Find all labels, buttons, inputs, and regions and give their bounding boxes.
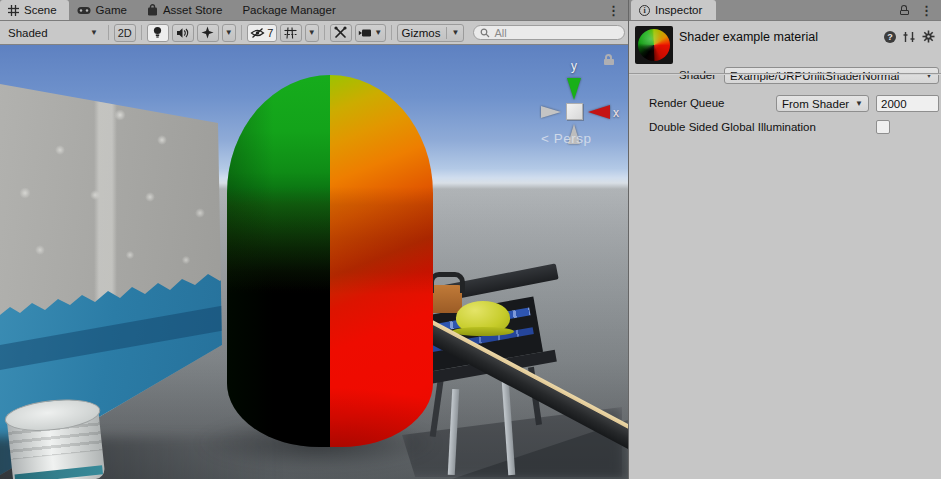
shader-row: Shader Example/URPUnlitShaderNormal ▼ [629, 67, 941, 87]
scene-audio-toggle[interactable] [172, 24, 194, 42]
chevron-down-icon: ▼ [855, 100, 863, 108]
axis-y-cone[interactable] [567, 78, 581, 100]
chevron-down-icon: ▼ [90, 29, 98, 37]
render-queue-row: Render Queue From Shader ▼ [629, 95, 941, 113]
chevron-down-icon: ▼ [225, 29, 233, 37]
inspector-pane: i Inspector ⋮ Shader example material ? [628, 0, 941, 479]
shader-label: Shader [679, 69, 716, 81]
scene-lighting-toggle[interactable] [147, 24, 169, 42]
scene-visibility-toggle[interactable]: 7 [247, 24, 277, 42]
draw-mode-label: Shaded [8, 27, 48, 39]
axis-x-cone[interactable] [588, 105, 610, 119]
inspector-menu-kebab-icon[interactable]: ⋮ [920, 3, 933, 18]
material-preview-thumbnail[interactable] [635, 26, 673, 64]
search-icon [480, 28, 490, 38]
tab-asset-store[interactable]: Asset Store [139, 0, 234, 20]
render-queue-dropdown[interactable]: From Shader ▼ [776, 95, 869, 112]
help-icon[interactable]: ? [884, 31, 896, 43]
lock-body [604, 59, 614, 65]
lightbulb-icon [152, 26, 163, 39]
scene-grid-icon [8, 5, 19, 16]
eye-slash-icon [250, 27, 265, 39]
tab-game[interactable]: Game [69, 0, 139, 20]
render-queue-value-input[interactable] [877, 96, 938, 111]
toolbar-separator [241, 25, 242, 40]
bucket-label-band [15, 465, 103, 479]
axis-negx-cone[interactable] [541, 106, 561, 118]
tab-asset-store-label: Asset Store [163, 4, 222, 16]
gizmos-divider [446, 27, 447, 39]
capsule-shading-band [227, 75, 433, 447]
inspector-strip-actions: ⋮ [900, 0, 941, 20]
gizmos-dropdown[interactable]: Gizmos ▼ [397, 24, 465, 42]
unity-editor-window: Scene Game Asset Store Package Manager ⋮ [0, 0, 941, 479]
tab-inspector[interactable]: i Inspector [631, 0, 716, 20]
shader-dropdown-value: Example/URPUnlitShaderNormal [730, 70, 925, 82]
shader-dropdown[interactable]: Example/URPUnlitShaderNormal ▼ [724, 67, 939, 84]
shader-capsule-object[interactable] [227, 75, 433, 447]
scene-search-field[interactable] [473, 25, 625, 40]
tab-scene[interactable]: Scene [0, 0, 69, 20]
toolbar-separator [391, 25, 392, 40]
grid-icon [284, 27, 297, 39]
double-sided-gi-checkbox[interactable] [876, 120, 890, 134]
gizmo-center-cube[interactable] [566, 103, 583, 120]
axis-y-label: y [571, 59, 577, 73]
double-sided-gi-row: Double Sided Global Illumination [629, 119, 941, 137]
hidden-objects-count: 7 [267, 27, 273, 39]
inspector-tabstrip: i Inspector ⋮ [629, 0, 941, 21]
tab-package-manager-label: Package Manager [242, 4, 335, 16]
scene-toolbar: Shaded ▼ 2D ▼ [0, 21, 628, 45]
camera-icon [358, 28, 372, 38]
lock-body [900, 10, 909, 15]
presets-icon[interactable] [903, 31, 915, 43]
component-tools-button[interactable] [330, 24, 352, 42]
chevron-down-icon: ▼ [308, 29, 316, 37]
tab-scene-label: Scene [24, 4, 57, 16]
toolbar-separator [108, 25, 109, 40]
chevron-down-icon: ▼ [374, 29, 382, 37]
tab-package-manager[interactable]: Package Manager [234, 0, 347, 20]
axis-x-label: x [613, 106, 619, 120]
draw-mode-dropdown[interactable]: Shaded ▼ [3, 24, 103, 42]
scene-tabstrip: Scene Game Asset Store Package Manager ⋮ [0, 0, 628, 21]
scene-grid-dropdown-arrow[interactable]: ▼ [305, 24, 319, 42]
speaker-icon [176, 27, 189, 39]
gizmos-label: Gizmos [402, 27, 441, 39]
yellow-hard-hat [456, 301, 510, 334]
material-name: Shader example material [679, 30, 818, 44]
scene-camera-button[interactable]: ▼ [355, 24, 386, 42]
gamepad-icon [77, 6, 91, 15]
header-separator [629, 73, 941, 75]
render-queue-mode: From Shader [782, 98, 855, 110]
toggle-2d-button[interactable]: 2D [114, 24, 136, 42]
render-queue-value-field[interactable] [876, 95, 939, 112]
scene-effects-dropdown-arrow[interactable]: ▼ [222, 24, 236, 42]
effects-star-icon [201, 26, 214, 39]
crossed-tools-icon [334, 26, 347, 39]
material-preview-sphere [638, 29, 670, 61]
paint-bucket [7, 408, 106, 479]
material-header-icons: ? [884, 30, 935, 43]
scene-pane: Scene Game Asset Store Package Manager ⋮ [0, 0, 628, 479]
chevron-down-icon: ▼ [452, 29, 460, 37]
asset-store-bag-icon [147, 4, 158, 16]
scene-pane-menu-kebab-icon[interactable]: ⋮ [599, 0, 628, 20]
material-header: Shader example material ? Shader Example… [629, 21, 941, 73]
toolbar-separator [141, 25, 142, 40]
gizmo-unlock-icon[interactable] [604, 54, 615, 64]
double-sided-gi-label: Double Sided Global Illumination [649, 121, 816, 133]
inspector-lock-icon[interactable] [900, 5, 910, 15]
tab-game-label: Game [96, 4, 127, 16]
search-input[interactable] [494, 27, 618, 39]
gear-icon[interactable] [922, 30, 935, 43]
render-queue-label: Render Queue [649, 97, 724, 109]
perspective-mode-label[interactable]: < Persp [541, 131, 591, 146]
scene-viewport[interactable]: y x < Persp [0, 45, 628, 479]
toolbar-separator [324, 25, 325, 40]
scene-grid-visibility-toggle[interactable] [280, 24, 302, 42]
toggle-2d-label: 2D [118, 27, 132, 39]
scene-effects-toggle[interactable] [197, 24, 219, 42]
info-icon: i [639, 5, 650, 16]
tab-inspector-label: Inspector [655, 4, 702, 16]
